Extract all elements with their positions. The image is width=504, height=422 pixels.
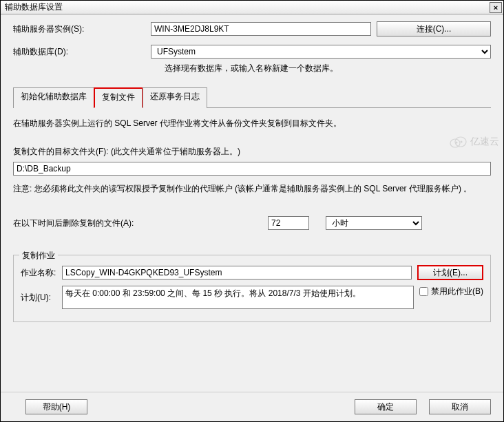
dest-folder-input[interactable]	[13, 162, 491, 176]
tab-init[interactable]: 初始化辅助数据库	[13, 87, 94, 108]
job-name-input	[62, 266, 412, 279]
job-name-row: 作业名称: 计划(E)...	[21, 265, 483, 280]
server-label: 辅助服务器实例(S):	[13, 23, 151, 35]
delete-after-label: 在以下时间后删除复制的文件(A):	[13, 218, 268, 229]
database-hint: 选择现有数据库，或输入名称新建一个数据库。	[165, 63, 491, 74]
tab-copy[interactable]: 复制文件	[94, 87, 143, 108]
server-instance-input	[151, 22, 371, 36]
dialog-footer: 帮助(H) 确定 取消	[1, 392, 503, 421]
tab-copy-body: 在辅助服务器实例上运行的 SQL Server 代理作业将文件从备份文件夹复制到…	[13, 108, 491, 322]
delete-after-stepper[interactable]	[268, 216, 309, 230]
content-area: 辅助服务器实例(S): 连接(C)... 辅助数据库(D): UFSystem …	[1, 14, 503, 322]
delete-unit-select[interactable]: 小时	[326, 216, 422, 230]
disable-job-checkbox[interactable]	[419, 287, 428, 296]
dialog-window: 辅助数据库设置 × 辅助服务器实例(S): 连接(C)... 辅助数据库(D):…	[0, 0, 504, 422]
cancel-button[interactable]: 取消	[429, 399, 491, 414]
permission-note: 注意: 您必须将此文件夹的读写权限授予复制作业的代理帐户 (该帐户通常是辅助服务…	[13, 182, 491, 196]
schedule-row: 计划(U): 每天在 0:00:00 和 23:59:00 之间、每 15 秒 …	[21, 286, 483, 309]
tab-strip: 初始化辅助数据库 复制文件 还原事务日志	[13, 87, 491, 108]
ok-button[interactable]: 确定	[355, 399, 417, 414]
database-row: 辅助数据库(D): UFSystem	[13, 45, 491, 59]
tab-restore[interactable]: 还原事务日志	[143, 87, 207, 108]
close-icon[interactable]: ×	[490, 2, 502, 13]
copy-description: 在辅助服务器实例上运行的 SQL Server 代理作业将文件从备份文件夹复制到…	[13, 118, 491, 129]
delete-after-row: 在以下时间后删除复制的文件(A): 小时	[13, 216, 491, 230]
dialog-title: 辅助数据库设置	[2, 1, 490, 13]
disable-job-text: 禁用此作业(B)	[431, 286, 483, 297]
schedule-text: 每天在 0:00:00 和 23:59:00 之间、每 15 秒 执行。将从 2…	[62, 286, 414, 309]
titlebar: 辅助数据库设置 ×	[1, 1, 503, 14]
copy-job-group-title: 复制作业	[19, 250, 58, 262]
dest-folder-label: 复制文件的目标文件夹(F): (此文件夹通常位于辅助服务器上。)	[13, 146, 491, 158]
database-label: 辅助数据库(D):	[13, 46, 151, 58]
connect-button[interactable]: 连接(C)...	[377, 21, 491, 36]
database-select[interactable]: UFSystem	[151, 45, 491, 59]
plan-button[interactable]: 计划(E)...	[417, 265, 483, 280]
schedule-label: 计划(U):	[21, 292, 62, 304]
job-name-label: 作业名称:	[21, 267, 62, 279]
server-row: 辅助服务器实例(S): 连接(C)...	[13, 21, 491, 36]
disable-job-checkbox-label[interactable]: 禁用此作业(B)	[419, 286, 483, 297]
help-button[interactable]: 帮助(H)	[25, 399, 87, 414]
copy-job-group: 复制作业 作业名称: 计划(E)... 计划(U): 每天在 0:00:00 和…	[13, 255, 491, 322]
